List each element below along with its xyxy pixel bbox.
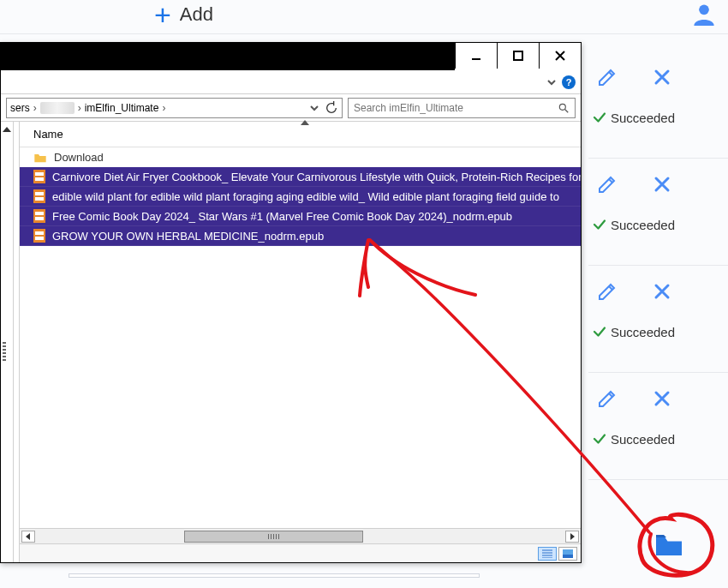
address-row: sers › › imElfin_Ultimate › xyxy=(1,94,581,122)
svg-rect-2 xyxy=(514,51,522,60)
folder-name: Download xyxy=(54,151,104,164)
folder-row[interactable]: Download xyxy=(20,147,581,167)
breadcrumb-segment[interactable]: sers xyxy=(10,102,30,114)
check-icon xyxy=(592,110,607,125)
maximize-button[interactable] xyxy=(497,43,539,69)
status-label: Succeeded xyxy=(611,432,675,447)
svg-point-3 xyxy=(559,104,565,110)
svg-point-0 xyxy=(699,5,709,15)
file-name: GROW YOUR OWN HERBAL MEDICINE_nodrm.epub xyxy=(52,230,324,243)
open-folder-button[interactable] xyxy=(653,532,685,558)
column-header-name[interactable]: Name xyxy=(20,122,581,147)
epub-icon xyxy=(33,189,45,203)
breadcrumb-segment[interactable]: imElfin_Ultimate xyxy=(85,102,159,114)
nav-pane-collapsed[interactable] xyxy=(1,122,14,562)
details-view-button[interactable] xyxy=(538,547,557,561)
file-name: Free Comic Book Day 2024_ Star Wars #1 (… xyxy=(52,210,512,223)
help-icon[interactable]: ? xyxy=(562,75,576,89)
chevron-down-icon[interactable] xyxy=(546,77,557,87)
history-chevron-icon[interactable] xyxy=(309,103,319,113)
add-label: Add xyxy=(180,3,213,26)
plus-icon: + xyxy=(154,0,171,29)
check-icon xyxy=(592,217,607,232)
epub-icon xyxy=(33,229,45,243)
svg-rect-5 xyxy=(563,555,573,558)
explorer-body: Name Download Carnivore Diet Air Fryer C… xyxy=(1,122,581,562)
epub-icon xyxy=(33,170,45,183)
refresh-icon[interactable] xyxy=(325,101,338,115)
remove-icon[interactable] xyxy=(652,174,672,195)
file-explorer-window: ? sers › › imElfin_Ultimate › xyxy=(0,42,582,563)
file-name: Carnivore Diet Air Fryer Cookbook_ Eleva… xyxy=(52,171,581,183)
chevron-right-icon: › xyxy=(162,102,165,114)
status-label: Succeeded xyxy=(611,218,675,232)
horizontal-scrollbar[interactable] xyxy=(20,528,581,543)
close-button[interactable] xyxy=(539,43,581,69)
check-icon xyxy=(592,324,607,339)
ribbon-spacer: ? xyxy=(1,70,581,94)
scroll-thumb[interactable] xyxy=(184,531,363,543)
file-row[interactable]: GROW YOUR OWN HERBAL MEDICINE_nodrm.epub xyxy=(20,226,581,246)
column-header-label: Name xyxy=(33,128,63,141)
splitter[interactable] xyxy=(14,122,20,562)
app-toolbar: + Add xyxy=(0,0,728,34)
scroll-left-button[interactable] xyxy=(21,531,35,543)
file-row[interactable]: edible wild plant for edible wild plant … xyxy=(20,187,581,207)
thumbnail-view-button[interactable] xyxy=(558,547,577,561)
chevron-right-icon: › xyxy=(78,102,81,114)
check-icon xyxy=(592,431,607,447)
scroll-track[interactable] xyxy=(37,531,564,543)
search-input[interactable] xyxy=(354,102,558,114)
scroll-right-button[interactable] xyxy=(565,531,579,543)
file-name: edible wild plant for edible wild plant … xyxy=(52,190,559,203)
address-bar[interactable]: sers › › imElfin_Ultimate › xyxy=(6,98,343,118)
edit-icon[interactable] xyxy=(597,388,618,409)
splitter-grip-icon[interactable] xyxy=(3,342,6,361)
edit-icon[interactable] xyxy=(597,281,618,302)
status-label: Succeeded xyxy=(611,325,675,339)
footer-divider xyxy=(69,573,480,578)
epub-icon xyxy=(33,209,45,223)
svg-rect-1 xyxy=(472,58,480,60)
add-button[interactable]: + Add xyxy=(154,0,213,29)
edit-icon[interactable] xyxy=(597,174,618,195)
collapse-arrow-icon xyxy=(3,123,11,132)
remove-icon[interactable] xyxy=(652,67,672,87)
titlebar[interactable] xyxy=(1,43,581,70)
file-row[interactable]: Free Comic Book Day 2024_ Star Wars #1 (… xyxy=(20,207,581,226)
folder-icon xyxy=(653,532,685,558)
sort-indicator-icon xyxy=(301,120,309,125)
search-icon xyxy=(558,102,570,114)
remove-icon[interactable] xyxy=(652,388,672,409)
folder-icon xyxy=(33,152,47,164)
minimize-button[interactable] xyxy=(455,43,497,69)
status-column: Succeeded Succeeded Succeeded xyxy=(588,51,728,480)
file-row[interactable]: Carnivore Diet Air Fryer Cookbook_ Eleva… xyxy=(20,167,581,187)
file-list[interactable]: Download Carnivore Diet Air Fryer Cookbo… xyxy=(20,147,581,528)
chevron-right-icon: › xyxy=(33,102,37,114)
file-area: Name Download Carnivore Diet Air Fryer C… xyxy=(20,122,581,562)
status-item: Succeeded xyxy=(588,159,728,266)
explorer-statusbar xyxy=(20,543,581,562)
search-box[interactable] xyxy=(348,98,576,118)
status-label: Succeeded xyxy=(611,111,675,125)
status-item: Succeeded xyxy=(588,266,728,373)
status-item: Succeeded xyxy=(588,51,728,159)
breadcrumb-segment-blurred[interactable] xyxy=(40,102,75,114)
edit-icon[interactable] xyxy=(597,67,618,87)
avatar-icon[interactable] xyxy=(692,2,716,26)
remove-icon[interactable] xyxy=(652,281,672,302)
status-item: Succeeded xyxy=(588,373,728,480)
